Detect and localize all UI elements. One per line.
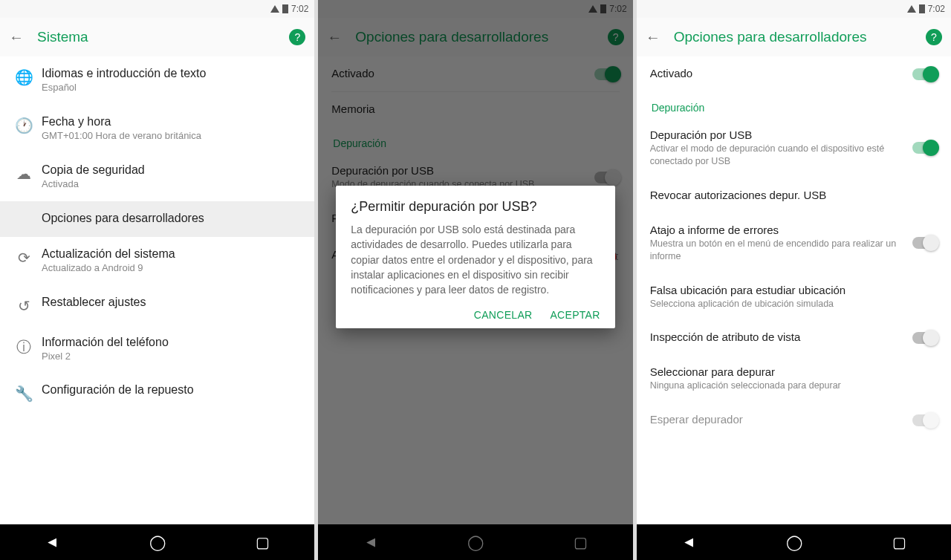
revoke-usb-row[interactable]: Revocar autorizaciones depur. USB — [637, 178, 951, 213]
master-toggle-row[interactable]: Activado — [637, 56, 951, 91]
wait-debugger-row[interactable]: Esperar depurador — [637, 403, 951, 437]
status-bar: 7:02 — [637, 0, 951, 18]
android-navbar: ▲ ◯ ▢ — [0, 524, 314, 560]
page-title: Opciones para desarrolladores — [674, 29, 926, 45]
item-title: Copia de seguridad — [42, 163, 302, 177]
item-title: Configuración de la repuesto — [42, 383, 302, 397]
settings-item[interactable]: Opciones para desarrolladores — [0, 201, 314, 237]
toggle-switch — [912, 414, 938, 426]
item-icon: ⟳ — [6, 247, 42, 267]
item-icon: ⓘ — [6, 336, 42, 357]
settings-item[interactable]: ⓘInformación del teléfonoPixel 2 — [0, 325, 314, 374]
toggle-switch[interactable] — [912, 68, 938, 80]
row-subtitle: Muestra un botón en el menú de encendido… — [650, 238, 905, 263]
nav-home-icon[interactable]: ◯ — [786, 533, 802, 551]
item-title: Fecha y hora — [42, 115, 302, 128]
row-title: Seleccionar para depurar — [650, 365, 930, 378]
row-title: Atajo a informe de errores — [650, 224, 905, 236]
item-icon: 🕐 — [6, 115, 42, 134]
dialog-accept-button[interactable]: Aceptar — [550, 309, 600, 321]
nav-back-icon[interactable]: ▲ — [680, 535, 697, 550]
phone-system-settings: 7:02 ← Sistema ? 🌐Idiomas e introducción… — [0, 0, 314, 560]
item-icon: ☁ — [6, 163, 42, 183]
item-subtitle: Pixel 2 — [42, 351, 302, 363]
app-bar: ← Sistema ? — [0, 18, 314, 56]
row-title: Esperar depurador — [650, 413, 905, 426]
page-title: Sistema — [37, 29, 289, 45]
select-debug-app-row[interactable]: Seleccionar para depurarNinguna aplicaci… — [637, 355, 951, 403]
item-subtitle: Activada — [42, 178, 302, 191]
item-icon: 🌐 — [6, 67, 42, 86]
settings-item[interactable]: 🕐Fecha y horaGMT+01:00 Hora de verano br… — [0, 105, 314, 153]
row-title: Inspección de atributo de vista — [650, 331, 905, 343]
usb-debug-dialog: ¿Permitir depuración por USB? La depurac… — [336, 186, 614, 328]
android-navbar: ▲ ◯ ▢ — [637, 524, 951, 560]
row-title: Depuración por USB — [650, 128, 905, 141]
item-title: Opciones para desarrolladores — [42, 212, 302, 225]
dialog-body: La depuración por USB solo está destinad… — [351, 222, 600, 297]
status-time: 7:02 — [291, 4, 308, 14]
item-subtitle: Actualizado a Android 9 — [42, 262, 302, 275]
dev-options-list: Activado Depuración Depuración por USBAc… — [637, 56, 951, 524]
toggle-switch[interactable] — [912, 237, 938, 249]
nav-back-icon[interactable]: ▲ — [44, 535, 61, 550]
item-icon: ↺ — [6, 296, 42, 315]
item-title: Restablecer ajustes — [42, 296, 302, 309]
nav-home-icon[interactable]: ◯ — [149, 533, 166, 551]
toggle-switch[interactable] — [912, 332, 938, 344]
usb-debug-row[interactable]: Depuración por USBActivar el modo de dep… — [637, 118, 951, 178]
status-bar: 7:02 — [0, 0, 314, 18]
item-title: Idiomas e introducción de texto — [42, 67, 302, 80]
toggle-switch[interactable] — [912, 142, 938, 154]
back-icon[interactable]: ← — [9, 29, 24, 46]
row-title: Activado — [650, 67, 905, 79]
view-attr-row[interactable]: Inspección de atributo de vista — [637, 320, 951, 355]
dialog-title: ¿Permitir depuración por USB? — [351, 199, 600, 215]
bugreport-shortcut-row[interactable]: Atajo a informe de erroresMuestra un bot… — [637, 213, 951, 273]
app-bar: ← Opciones para desarrolladores ? — [637, 18, 951, 56]
help-icon[interactable]: ? — [289, 29, 305, 45]
section-debug: Depuración — [637, 91, 951, 118]
help-icon[interactable]: ? — [926, 29, 942, 45]
mock-location-row[interactable]: Falsa ubicación para estudiar ubicaciónS… — [637, 273, 951, 321]
settings-item[interactable]: ↺Restablecer ajustes — [0, 285, 314, 325]
phone-dev-options: 7:02 ← Opciones para desarrolladores ? A… — [637, 0, 951, 560]
item-title: Actualización del sistema — [42, 247, 302, 261]
item-subtitle: GMT+01:00 Hora de verano británica — [42, 130, 302, 143]
back-icon[interactable]: ← — [646, 29, 660, 46]
row-subtitle: Ninguna aplicación seleccionada para dep… — [650, 380, 930, 392]
item-icon — [6, 212, 42, 213]
settings-item[interactable]: 🌐Idiomas e introducción de textoEspañol — [0, 56, 314, 105]
item-subtitle: Español — [42, 82, 302, 94]
settings-item[interactable]: ⟳Actualización del sistemaActualizado a … — [0, 237, 314, 285]
row-title: Falsa ubicación para estudiar ubicación — [650, 284, 930, 296]
item-icon: 🔧 — [6, 383, 42, 403]
item-title: Información del teléfono — [42, 336, 302, 349]
settings-list: 🌐Idiomas e introducción de textoEspañol🕐… — [0, 56, 314, 524]
nav-recent-icon[interactable]: ▢ — [892, 533, 906, 551]
status-time: 7:02 — [928, 4, 945, 14]
dialog-cancel-button[interactable]: Cancelar — [474, 309, 533, 321]
row-subtitle: Selecciona aplicación de ubicación simul… — [650, 298, 930, 310]
row-subtitle: Activar el modo de depuración cuando el … — [650, 143, 905, 168]
settings-item[interactable]: 🔧Configuración de la repuesto — [0, 373, 314, 413]
nav-recent-icon[interactable]: ▢ — [256, 533, 270, 551]
row-title: Revocar autorizaciones depur. USB — [650, 189, 930, 201]
settings-item[interactable]: ☁Copia de seguridadActivada — [0, 153, 314, 201]
phone-dev-options-dialog: 7:02 ← Opciones para desarrolladores ? A… — [318, 0, 632, 560]
